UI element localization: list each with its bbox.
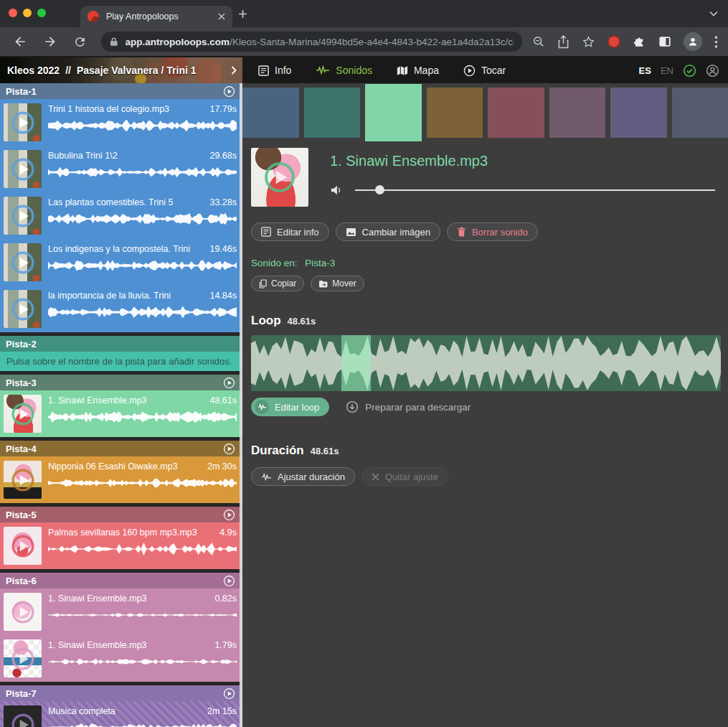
project-breadcrumb[interactable]: Kleos 2022 // Pasaje Valvanera / Trini 1 <box>0 57 242 83</box>
sound-thumbnail[interactable] <box>4 197 42 235</box>
track-header-pista-1[interactable]: Pista-1 <box>0 83 242 99</box>
sound-clip[interactable]: 1. Sinawi Ensemble.mp30.82s <box>0 588 242 635</box>
zoom-page-icon[interactable] <box>532 35 545 48</box>
change-image-button[interactable]: Cambiar imágen <box>336 222 440 241</box>
edit-loop-button[interactable]: Editar loop <box>251 398 329 416</box>
track-header-pista-3[interactable]: Pista-3 <box>0 375 242 390</box>
sound-thumbnail[interactable] <box>4 290 42 328</box>
close-window-button[interactable] <box>9 9 17 17</box>
play-sound-icon[interactable] <box>9 466 37 494</box>
track-swatch-2[interactable] <box>304 88 361 138</box>
tab-mapa[interactable]: Mapa <box>397 65 439 76</box>
play-track-icon[interactable] <box>223 688 235 700</box>
share-icon[interactable] <box>557 35 569 49</box>
play-sound-icon[interactable] <box>9 156 37 183</box>
lang-es[interactable]: ES <box>639 65 651 76</box>
browser-tab[interactable]: Play Antropoloops <box>80 6 232 27</box>
sound-clip[interactable]: Las plantas comestibles. Trini 533.28s <box>0 192 242 239</box>
sidebar-scrollbar[interactable] <box>240 83 242 727</box>
sound-thumbnail[interactable] <box>4 527 42 565</box>
address-bar[interactable]: app.antropoloops.com/Kleos-Santa-Marina/… <box>101 32 522 52</box>
adjust-duration-button[interactable]: Ajustar duración <box>251 467 355 486</box>
sound-clip[interactable]: Palmas sevillanas 160 bpm mp3.mp34.9s <box>0 522 242 569</box>
prepare-download-button[interactable]: Preparar para descargar <box>341 400 475 414</box>
sound-thumbnail[interactable] <box>4 395 42 433</box>
track-header-pista-2[interactable]: Pista-2 <box>0 336 242 352</box>
volume-slider[interactable] <box>355 185 715 195</box>
delete-sound-button[interactable]: Borrar sonido <box>447 222 538 241</box>
tab-info[interactable]: Info <box>258 65 291 76</box>
extensions-puzzle-icon[interactable] <box>633 35 646 49</box>
recording-extension-icon[interactable] <box>608 35 620 48</box>
track-swatch-8[interactable] <box>672 88 728 138</box>
sound-clip[interactable]: Los indigenas y la compostela. Trini19.4… <box>0 239 242 286</box>
sound-thumbnail[interactable] <box>4 103 42 141</box>
sound-clip[interactable]: Trini 1 historia del colegio.mp317.79s <box>0 99 242 146</box>
track-header-pista-5[interactable]: Pista-5 <box>0 507 242 522</box>
play-sound-icon[interactable] <box>261 159 298 196</box>
track-swatch-3-selected[interactable] <box>365 84 422 141</box>
side-panel-icon[interactable] <box>658 35 671 48</box>
sound-clip[interactable]: Bubulina Trini 1\229.68s <box>0 146 242 192</box>
tab-sonidos[interactable]: Sonidos <box>316 65 372 76</box>
play-sound-icon[interactable] <box>9 249 37 276</box>
play-sound-icon[interactable] <box>9 400 37 428</box>
play-sound-icon[interactable] <box>9 711 37 727</box>
breadcrumb-chevron-icon[interactable] <box>231 66 242 75</box>
play-sound-icon[interactable] <box>9 599 37 626</box>
zoom-window-button[interactable] <box>37 9 46 17</box>
reload-button[interactable] <box>73 35 87 49</box>
track-swatch-7[interactable] <box>610 88 667 138</box>
track-swatch-6[interactable] <box>549 88 606 138</box>
tab-search-chevron-icon[interactable] <box>709 11 718 17</box>
edit-info-button[interactable]: Editar info <box>251 222 329 241</box>
saved-check-icon[interactable] <box>683 64 696 78</box>
forward-button[interactable] <box>43 34 57 49</box>
sound-thumbnail[interactable] <box>4 593 42 631</box>
play-track-icon[interactable] <box>223 377 235 389</box>
track-header-pista-7[interactable]: Pista-7 <box>0 685 242 701</box>
breadcrumb-project[interactable]: Kleos 2022 <box>7 65 60 76</box>
sound-clip[interactable]: 1. Sinawi Ensemble.mp31.79s <box>0 635 242 682</box>
new-tab-button[interactable] <box>238 9 247 19</box>
sound-image[interactable] <box>251 148 308 207</box>
loop-waveform-panel[interactable] <box>251 335 721 391</box>
track-swatch-4[interactable] <box>427 88 483 138</box>
sound-thumbnail[interactable] <box>4 243 42 281</box>
play-sound-icon[interactable] <box>9 109 37 136</box>
track-swatch-5[interactable] <box>488 88 544 138</box>
play-track-icon[interactable] <box>223 443 235 455</box>
copy-button[interactable]: Copiar <box>251 276 304 291</box>
lang-en[interactable]: EN <box>661 65 673 76</box>
sound-in-track-link[interactable]: Pista-3 <box>305 258 335 268</box>
minimize-window-button[interactable] <box>23 9 32 17</box>
account-icon[interactable] <box>706 64 719 78</box>
track-swatch-1[interactable] <box>242 88 299 138</box>
sound-clip[interactable]: Nipponia 06 Esashi Oiwake.mp32m 30s <box>0 456 242 503</box>
sound-thumbnail[interactable] <box>4 705 42 727</box>
tab-tocar[interactable]: Tocar <box>463 65 506 77</box>
track-header-pista-6[interactable]: Pista-6 <box>0 573 242 588</box>
sound-clip-selected[interactable]: 1. Sinawi Ensemble.mp348.61s <box>0 390 242 437</box>
bookmark-star-icon[interactable] <box>582 35 595 49</box>
tab-close-icon[interactable] <box>218 13 225 20</box>
sound-thumbnail[interactable] <box>4 639 42 677</box>
sound-clip[interactable]: Musica completa2m 15s <box>0 701 242 727</box>
play-track-icon[interactable] <box>223 509 235 521</box>
remove-adjust-button[interactable]: Quitar ajuste <box>361 467 448 486</box>
sound-thumbnail[interactable] <box>4 461 42 499</box>
play-track-icon[interactable] <box>223 575 235 587</box>
sound-clip[interactable]: la importancia de la lluvia. Trini14.84s <box>0 286 242 332</box>
profile-avatar[interactable] <box>684 32 702 51</box>
track-header-pista-4[interactable]: Pista-4 <box>0 441 242 456</box>
move-button[interactable]: Mover <box>311 276 364 291</box>
back-button[interactable] <box>13 34 27 49</box>
play-sound-icon[interactable] <box>9 645 37 672</box>
play-sound-icon[interactable] <box>9 533 37 560</box>
play-track-icon[interactable] <box>223 85 235 98</box>
play-sound-icon[interactable] <box>9 296 37 323</box>
track-empty-message[interactable]: Pulsa sobre el nombre de la pista para a… <box>0 352 242 371</box>
sound-thumbnail[interactable] <box>4 150 42 188</box>
volume-slider-knob[interactable] <box>375 185 384 194</box>
play-sound-icon[interactable] <box>9 202 37 230</box>
